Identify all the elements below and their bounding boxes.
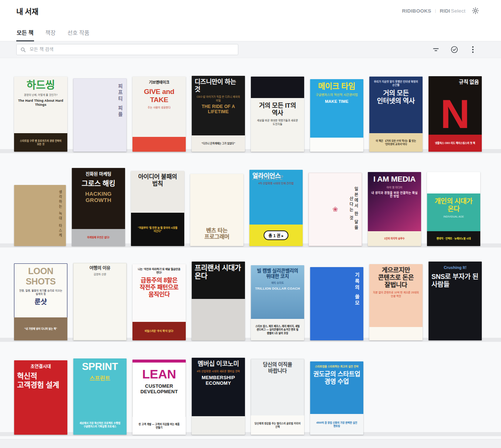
tab-bookshelf[interactable]: 책장: [45, 26, 56, 41]
book-bottom-band: [192, 299, 245, 340]
book-subtitle: 구글벤처스의 혁신적 시간관리법: [310, 91, 363, 97]
book-cover[interactable]: 초연결시대혁신적 고객경험 설계: [14, 360, 67, 435]
book-cover[interactable]: 기브앤테이크GIVE and TAKE주는 사람이 성공한다: [132, 77, 186, 152]
book-title: 개인의 시대가 온다: [427, 195, 480, 213]
book-bottom-band: “처음부터 ‘될 만한 놈’을 찾아야 시장을 이긴다”: [131, 213, 184, 246]
book-bottom-band: [369, 327, 423, 340]
book-subtitle: 4차 산업혁명 시대의 새로운 멤버십 전략: [192, 368, 245, 373]
book-subtitle: 경영의 난제, 어떻게 풀 것인가?: [14, 91, 67, 97]
book-cover[interactable]: 여행의 이유김영하 산문: [73, 263, 127, 340]
book-title: 빌 캠벨 실리콘밸리의 위대한 코치: [251, 265, 304, 279]
book-cover-art: [251, 77, 304, 98]
book-title: 벤츠 타는 프로그래머: [190, 225, 243, 240]
book-title: 일본에서 한 달을 산다는 것: [349, 178, 358, 240]
book-title: 멤버십 이코노미: [192, 358, 245, 368]
brand-divider: |: [435, 9, 436, 13]
ridiselect-link[interactable]: RIDISelect: [440, 8, 465, 14]
book-title: 거의 모든 IT의 역사: [251, 100, 304, 117]
book-title: LEAN: [132, 364, 186, 381]
book-cover[interactable]: LEANCUSTOMER DEVELOPMENT린 고객 개발 — 고객의 지갑…: [132, 360, 186, 435]
book-cover[interactable]: Alliance얼라이언스4차 산업혁명 시대의 인재 관리법총 1 권 ▸: [249, 170, 303, 246]
series-count-badge: 총 1 권 ▸: [263, 230, 288, 240]
book-cover[interactable]: 스타트업을 스타트하는 최고의 실전 전략권도균의 스타트업 경영 수업4500…: [310, 361, 363, 435]
book-cover[interactable]: 게으르지만 콘텐츠로 돈은 잘법니다자본 없이 콘텐츠로 10억 번 게으른 2…: [369, 264, 423, 340]
book-cover[interactable]: 개인의 시대가 온다INDIVIDUAL AGE팬데믹 · 언택트 · 뉴애브노…: [427, 172, 480, 246]
book-cover[interactable]: 메이크 타임구글벤처스의 혁신적 시간관리법MAKE TIME: [310, 79, 363, 152]
book-subtitle: 전쟁, 질병, 불황의 위기를 승리로 이끄는 설계의 힘: [14, 287, 67, 296]
book-title: 권도균의 스타트업 경영 수업: [310, 368, 363, 385]
book-cover[interactable]: I AM MEDIA아이 엠 미디어내 생각과 경험을 부와 연결하는 확실한 …: [368, 172, 421, 246]
gear-icon[interactable]: [471, 7, 480, 15]
book-bottom-band: [192, 416, 245, 435]
book-title: 프리랜서 시대가 온다: [192, 262, 245, 281]
book-bottom-band: 마케팅에 우연은 없다!: [72, 229, 125, 246]
book-bottom-band: 이 책은 《거의 모든 IT의 역사》를 잇는 ‘인터넷의 교과서’이다: [369, 133, 423, 152]
book-cover[interactable]: N규칙 없음넷플릭스 CEO 리드 헤이스팅스의 첫 책: [428, 76, 482, 152]
book-title: 혁신적 고객경험 설계: [14, 370, 67, 390]
book-title-secondary: The Hard Thing About Hard Things: [14, 97, 67, 107]
book-tagline: 우리가 지금껏 알지 못했던 인터넷 혁명의 순간들: [369, 77, 423, 87]
library-toolbar: [0, 41, 501, 58]
tab-favorites[interactable]: 선호 작품: [67, 26, 90, 41]
search-input[interactable]: [29, 47, 234, 53]
book-cover[interactable]: 생각하는 늑대 타스케: [14, 185, 66, 246]
book-cover[interactable]: 기록의 쓸모: [310, 267, 363, 340]
book-title: 기록의 쓸모: [354, 272, 360, 307]
book-cover[interactable]: 진화된 마케팅그로스 해킹HACKING GROWTH마케팅에 우연은 없다!: [72, 168, 125, 246]
book-cover[interactable]: ❀일본에서 한 달을 산다는 것: [309, 173, 362, 246]
book-title: SPRINT: [73, 358, 127, 373]
book-bottom-band: 1인의 마지막 승부수: [368, 231, 421, 246]
book-cover[interactable]: 당신의 이직을 바랍니다당신에게 영감을 주는 엘리스의 글로벌 커리어 산책: [251, 359, 304, 435]
book-cover[interactable]: 디즈니만이 하는 것CEO 밥 아이거가 직접 쓴 디즈니 제국의 비밀THE …: [192, 76, 245, 152]
book-cover[interactable]: 프리랜서 시대가 온다: [192, 262, 245, 340]
book-cover[interactable]: 우리가 지금껏 알지 못했던 인터넷 혁명의 순간들거의 모든 인터넷의 역사이…: [369, 77, 423, 152]
book-cover[interactable]: 빌 캠벨 실리콘밸리의 위대한 코치에릭 슈미트TRILLION DOLLAR …: [251, 265, 304, 340]
book-title-secondary: 룬샷: [14, 296, 67, 306]
book-cover[interactable]: 멤버십 이코노미4차 산업혁명 시대의 새로운 멤버십 전략MEMBERSHIP…: [192, 358, 245, 435]
book-bottom-band: 비밀스러운 ‘주식 책’이 있다!: [132, 322, 186, 340]
book-title: LOON SHOTS: [14, 263, 67, 287]
toolbar-actions: [431, 45, 477, 54]
book-cover[interactable]: 나는 ‘작전주 따라하기’로 매달 월급만큼 번다!급등주의 8할은 작전주 패…: [132, 264, 186, 340]
book-tagline: 진화된 마케팅: [72, 168, 125, 177]
book-title: I AM MEDIA: [368, 172, 421, 184]
book-title: 하드씽: [14, 77, 67, 91]
book-tagline: 스타트업을 스타트하는 최고의 실전 전략: [310, 361, 363, 368]
book-title: 피프티 피플: [117, 84, 123, 118]
book-cover[interactable]: 벤츠 타는 프로그래머: [190, 174, 243, 246]
book-cover[interactable]: LOON SHOTS전쟁, 질병, 불황의 위기를 승리로 이끄는 설계의 힘룬…: [14, 263, 67, 340]
book-cover[interactable]: 하드씽경영의 난제, 어떻게 풀 것인가?The Hard Thing Abou…: [14, 77, 67, 152]
filter-lines-icon[interactable]: [431, 45, 440, 54]
book-title: 급등주의 8할은 작전주 패턴으로 움직인다: [132, 274, 186, 298]
book-subtitle: 4차 산업혁명 시대의 인재 관리법: [249, 180, 303, 185]
book-cover[interactable]: 거의 모든 IT의 역사세상을 바꾼 위대한 혁명가들과 새로운 도전자들: [251, 77, 304, 152]
book-title: 메이크 타임: [310, 79, 363, 91]
book-title-secondary: HACKING GROWTH: [72, 188, 125, 203]
book-subtitle: 세상을 바꾼 위대한 혁명가들과 새로운 도전자들: [251, 117, 304, 126]
bookshelf-row-3: LOON SHOTS전쟁, 질병, 불황의 위기를 승리로 이끄는 설계의 힘룬…: [0, 250, 501, 345]
book-bottom-band: 4500억 원 창업 신화의 가장 완벽한 실전 멘토링: [310, 414, 363, 435]
book-title: 생각하는 늑대 타스케: [58, 190, 62, 238]
book-cover[interactable]: 아이디어 불패의 법칙“처음부터 ‘될 만한 놈’을 찾아야 시장을 이긴다”: [131, 171, 184, 246]
book-title-secondary: 스프린트: [73, 373, 127, 381]
book-title: 아이디어 불패의 법칙: [131, 171, 184, 188]
book-title-secondary: TRILLION DOLLAR COACH: [251, 284, 304, 290]
brand-links: RIDIBOOKS | RIDISelect: [402, 7, 480, 15]
ridibooks-link[interactable]: RIDIBOOKS: [402, 8, 431, 14]
page-title: 내 서재: [16, 6, 38, 17]
book-tagline: 초연결시대: [14, 360, 67, 370]
book-subtitle: 주는 사람이 성공한다: [132, 104, 186, 109]
book-cover[interactable]: Crushing It!SNS로 부자가 된 사람들: [428, 262, 482, 340]
tab-all-books[interactable]: 모든 책: [16, 26, 34, 41]
book-title-secondary: MEMBERSHIP ECONOMY: [192, 373, 245, 386]
book-subtitle: 김영하 산문: [73, 271, 127, 276]
book-title-secondary: THE RIDE OF A LIFETIME: [192, 102, 245, 115]
book-tagline: 기브앤테이크: [132, 77, 186, 85]
ridiselect-light: Select: [451, 8, 465, 14]
kebab-menu-icon[interactable]: [468, 45, 477, 54]
search-box[interactable]: [16, 44, 238, 55]
book-cover[interactable]: SPRINT스프린트세상에서 가장 혁신적인 프로젝트 수행법 구글벤처스의 기…: [73, 358, 127, 435]
book-bottom-band: 스타트업 구루 벤 호로위츠의 경영 전략의 모든 것: [14, 133, 67, 152]
book-cover[interactable]: 피프티 피플: [73, 78, 127, 152]
check-circle-icon[interactable]: [450, 45, 459, 54]
